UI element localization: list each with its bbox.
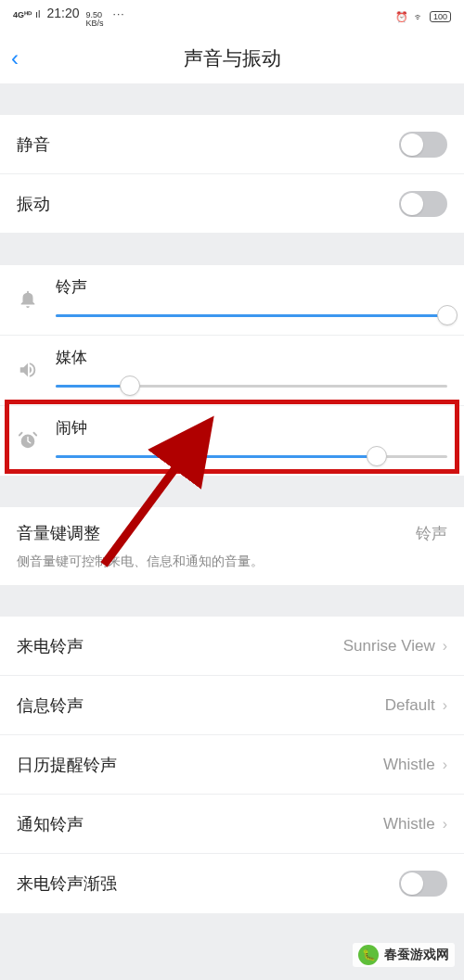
chevron-right-icon: › — [443, 638, 447, 655]
notification-ringtone-label: 通知铃声 — [17, 813, 84, 835]
watermark-text: 春蚕游戏网 — [384, 947, 449, 963]
more-icon: ··· — [113, 7, 125, 20]
message-ringtone-value: Default — [385, 696, 435, 715]
vibrate-row[interactable]: 振动 — [0, 174, 464, 234]
alarm-volume-row: 闹钟 — [0, 406, 464, 476]
notification-ringtone-value: Whistle — [383, 815, 435, 834]
back-button[interactable]: ‹ — [11, 45, 19, 71]
volume-key-desc: 侧音量键可控制来电、信息和通知的音量。 — [17, 554, 447, 579]
mute-label: 静音 — [17, 134, 50, 156]
status-time: 21:20 — [47, 6, 80, 20]
calendar-ringtone-label: 日历提醒铃声 — [17, 754, 117, 776]
ringtone-volume-row: 铃声 — [0, 265, 464, 336]
watermark: 🐛 春蚕游戏网 — [353, 943, 455, 967]
ringtone-fadein-row[interactable]: 来电铃声渐强 — [0, 854, 464, 913]
call-ringtone-label: 来电铃声 — [17, 635, 84, 657]
call-ringtone-value: Sunrise View — [343, 637, 435, 655]
wifi-icon: ᯤ — [414, 11, 424, 22]
page-header: ‹ 声音与振动 — [0, 33, 464, 83]
ringtone-slider[interactable] — [56, 307, 447, 324]
mute-row[interactable]: 静音 — [0, 115, 464, 174]
mute-toggle[interactable] — [399, 132, 447, 158]
network-indicator: 4Gᴴᴰ — [13, 10, 32, 19]
page-title: 声音与振动 — [184, 45, 281, 71]
chevron-right-icon: › — [443, 697, 447, 714]
status-bar: 4Gᴴᴰ ıl 21:20 9.50KB/s ··· ⏰ ᯤ 100 — [0, 0, 464, 33]
chevron-right-icon: › — [443, 757, 447, 773]
ringtone-label: 铃声 — [56, 276, 447, 298]
alarm-label: 闹钟 — [56, 417, 447, 439]
vibrate-label: 振动 — [17, 193, 50, 215]
volume-key-value: 铃声 — [416, 523, 447, 544]
alarm-status-icon: ⏰ — [395, 11, 408, 23]
volume-key-row[interactable]: 音量键调整 铃声 侧音量键可控制来电、信息和通知的音量。 — [0, 507, 464, 585]
vibrate-toggle[interactable] — [399, 191, 447, 217]
signal-icon: ıl — [35, 8, 41, 19]
battery-indicator: 100 — [430, 11, 451, 22]
ringtone-fadein-toggle[interactable] — [399, 871, 447, 897]
message-ringtone-label: 信息铃声 — [17, 694, 84, 717]
speaker-icon — [13, 360, 43, 380]
volume-key-label: 音量键调整 — [17, 522, 100, 544]
calendar-ringtone-value: Whistle — [383, 756, 435, 774]
media-label: 媒体 — [56, 347, 447, 368]
clock-icon — [13, 430, 43, 451]
calendar-ringtone-row[interactable]: 日历提醒铃声 Whistle › — [0, 735, 464, 795]
bell-icon — [13, 289, 43, 310]
media-slider[interactable] — [56, 377, 447, 394]
net-speed: 9.50KB/s — [86, 11, 104, 28]
ringtone-fadein-label: 来电铃声渐强 — [17, 872, 117, 895]
notification-ringtone-row[interactable]: 通知铃声 Whistle › — [0, 795, 464, 854]
call-ringtone-row[interactable]: 来电铃声 Sunrise View › — [0, 617, 464, 676]
message-ringtone-row[interactable]: 信息铃声 Default › — [0, 676, 464, 735]
media-volume-row: 媒体 — [0, 336, 464, 406]
chevron-right-icon: › — [443, 816, 447, 833]
watermark-icon: 🐛 — [358, 945, 379, 965]
alarm-slider[interactable] — [56, 448, 447, 465]
